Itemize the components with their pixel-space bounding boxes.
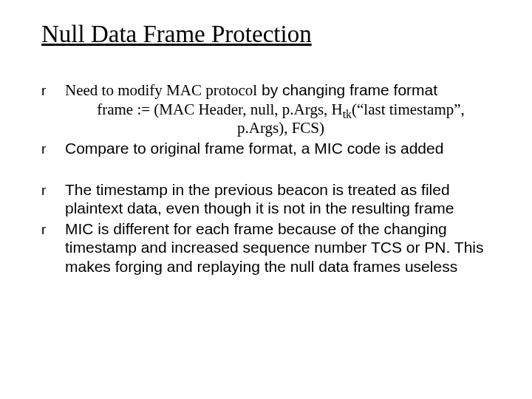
frame-def-line2: p.Args), FCS) bbox=[237, 119, 324, 137]
bullet-text-serif: Need to modify MAC protocol bbox=[65, 81, 257, 99]
frame-def-post: (“last timestamp”, bbox=[352, 100, 465, 118]
bullet-group-1: r Need to modify MAC protocol by changin… bbox=[41, 81, 497, 158]
frame-def-sub: tk bbox=[343, 108, 352, 120]
bullet-marker: r bbox=[41, 139, 65, 158]
bullet-text: Compare to original frame format, a MIC … bbox=[65, 139, 497, 158]
list-item: r Compare to original frame format, a MI… bbox=[41, 139, 497, 158]
bullet-text: MIC is different for each frame because … bbox=[65, 219, 497, 276]
bullet-marker: r bbox=[41, 81, 65, 137]
bullet-marker: r bbox=[41, 219, 65, 276]
list-item: r MIC is different for each frame becaus… bbox=[41, 219, 497, 276]
frame-def-pre: frame := (MAC Header, null, p.Args, H bbox=[97, 100, 343, 118]
list-item: r Need to modify MAC protocol by changin… bbox=[41, 81, 497, 137]
bullet-group-2: r The timestamp in the previous beacon i… bbox=[41, 180, 497, 276]
bullet-text: Need to modify MAC protocol by changing … bbox=[65, 81, 497, 137]
bullet-marker: r bbox=[41, 180, 65, 218]
bullet-text-sans: by changing frame format bbox=[262, 81, 437, 98]
frame-definition: frame := (MAC Header, null, p.Args, Htk(… bbox=[65, 100, 497, 137]
slide-title: Null Data Frame Protection bbox=[41, 21, 497, 48]
list-item: r The timestamp in the previous beacon i… bbox=[41, 180, 497, 218]
bullet-text: The timestamp in the previous beacon is … bbox=[65, 180, 497, 218]
